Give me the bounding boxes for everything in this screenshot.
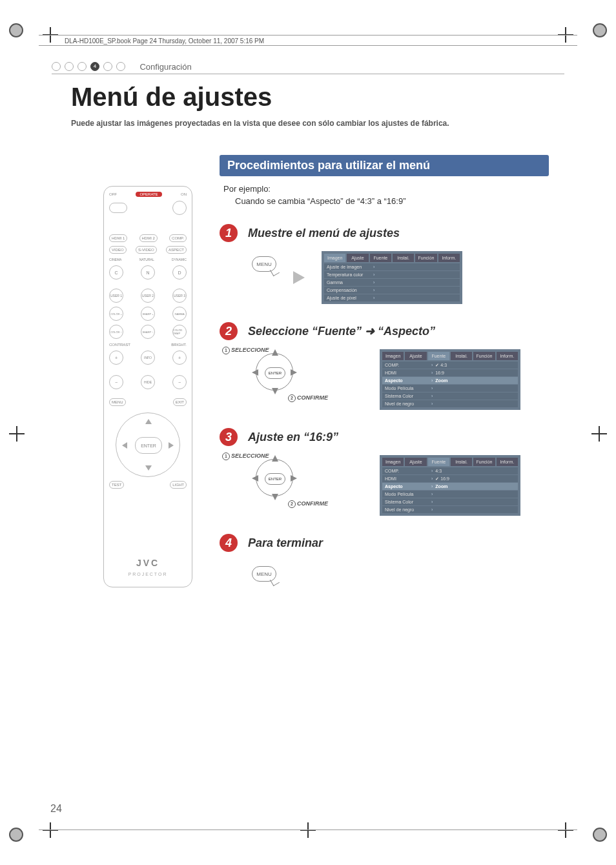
osd-row: Sistema Color bbox=[385, 394, 429, 398]
remote-standby-button bbox=[109, 203, 127, 213]
osd-tab-imagen: Imagen bbox=[382, 352, 404, 360]
osd-row: Modo Película bbox=[385, 492, 429, 496]
osd-row: Sistema Color bbox=[385, 500, 429, 504]
crop-mark bbox=[9, 828, 23, 842]
osd-row: Nivel de negro bbox=[385, 402, 429, 406]
remote-info: INFO bbox=[141, 351, 155, 365]
osd-row: COMP. bbox=[385, 469, 429, 473]
remote-sharp-minus: SHARP − bbox=[141, 325, 155, 339]
osd-screen-2: Imagen Ajuste Fuente Instal. Función Inf… bbox=[380, 349, 520, 410]
step-4-title: Para terminar bbox=[248, 536, 323, 550]
osd-tab-inform: Inform. bbox=[497, 352, 518, 360]
remote-c: C bbox=[109, 265, 123, 280]
step-1: 1 Muestre el menú de ajustes bbox=[220, 224, 549, 242]
registration-mark bbox=[43, 822, 58, 838]
crop-mark bbox=[9, 23, 23, 37]
step-2-title: Seleccione “Fuente” ➜ “Aspecto” bbox=[248, 324, 435, 338]
section-dot bbox=[77, 62, 87, 71]
osd-row: COMP. bbox=[385, 363, 429, 367]
book-header: DLA-HD100E_SP.book Page 24 Thursday, Oct… bbox=[65, 37, 264, 45]
remote-brand: JVC bbox=[136, 558, 159, 568]
remote-on-label: ON bbox=[181, 192, 187, 196]
enter-button-icon: ENTER bbox=[265, 367, 285, 379]
section-dot bbox=[116, 62, 125, 71]
remote-hdmi1: HDMI 1 bbox=[109, 234, 127, 242]
osd-tab-inform: Inform. bbox=[497, 458, 518, 466]
registration-mark bbox=[591, 426, 607, 442]
osd-tab-instal: Instal. bbox=[393, 254, 414, 262]
callout-confirm: 2CONFIRME bbox=[288, 500, 328, 508]
step-2: 2 Seleccione “Fuente” ➜ “Aspecto” bbox=[220, 322, 549, 340]
page-title: Menú de ajustes bbox=[71, 83, 272, 112]
remote-contrast-label: CONTRAST bbox=[109, 343, 130, 347]
osd-row-selected: Aspecto bbox=[385, 378, 429, 383]
procedure-heading: Procedimientos para utilizar el menú bbox=[220, 155, 549, 176]
osd-row-selected: Aspecto bbox=[385, 484, 429, 489]
remote-bright-label: BRIGHT. bbox=[171, 343, 187, 347]
dpad-icon: ENTER bbox=[252, 349, 297, 394]
page-number: 24 bbox=[50, 803, 62, 815]
step-3-number: 3 bbox=[220, 428, 238, 446]
remote-light: LIGHT bbox=[170, 481, 187, 489]
example-text: Cuando se cambia “Aspecto” de “4:3” a “1… bbox=[235, 196, 549, 206]
osd-screen-1: Imagen Ajuste Fuente Instal. Función Inf… bbox=[322, 251, 462, 304]
osd-tab-fuente: Fuente bbox=[428, 458, 449, 466]
remote-natural-label: NATURAL bbox=[139, 258, 154, 261]
section-dot bbox=[65, 62, 74, 71]
remote-color-temp: COLOR TEMP bbox=[172, 325, 187, 339]
remote-comp: COMP. bbox=[169, 234, 187, 242]
osd-row: Compensación bbox=[327, 288, 371, 292]
step-2-number: 2 bbox=[220, 322, 238, 340]
osd-tab-funcion: Función bbox=[473, 352, 495, 360]
remote-hide: HIDE bbox=[141, 375, 155, 389]
osd-tab-ajuste: Ajuste bbox=[405, 458, 426, 466]
osd-tab-imagen: Imagen bbox=[382, 458, 404, 466]
remote-plus: + bbox=[172, 351, 187, 365]
osd-tab-fuente: Fuente bbox=[428, 352, 449, 360]
remote-color-plus: COLOR + bbox=[109, 307, 123, 321]
remote-enter: ENTER bbox=[135, 437, 162, 454]
remote-exit: EXIT bbox=[173, 398, 187, 406]
step-1-title: Muestre el menú de ajustes bbox=[248, 227, 400, 240]
remote-hdmi2: HDMI 2 bbox=[139, 234, 158, 242]
osd-tab-ajuste: Ajuste bbox=[347, 254, 368, 262]
osd-tab-imagen: Imagen bbox=[324, 254, 345, 262]
osd-tab-inform: Inform. bbox=[438, 254, 460, 262]
remote-d: D bbox=[172, 265, 187, 280]
remote-color-minus: COLOR − bbox=[109, 325, 123, 339]
osd-row: HDMI bbox=[385, 371, 429, 375]
step-3-title: Ajuste en “16:9” bbox=[248, 431, 338, 444]
osd-tab-funcion: Función bbox=[473, 458, 495, 466]
remote-menu: MENU bbox=[109, 398, 126, 406]
step-3: 3 Ajuste en “16:9” bbox=[220, 428, 549, 446]
remote-operate-label: OPERATE bbox=[136, 192, 161, 197]
enter-button-icon: ENTER bbox=[265, 473, 285, 485]
trim-line bbox=[39, 829, 577, 830]
remote-sharp-plus: SHARP + bbox=[141, 307, 155, 321]
example-label: Por ejemplo: bbox=[223, 184, 549, 194]
registration-mark bbox=[300, 822, 316, 838]
osd-row: Gamma bbox=[327, 280, 371, 285]
section-dot bbox=[103, 62, 112, 71]
osd-row: Temperatura color bbox=[327, 272, 371, 277]
remote-user2: USER 2 bbox=[141, 289, 155, 303]
remote-svideo: S-VIDEO bbox=[136, 246, 157, 254]
osd-row: Modo Película bbox=[385, 386, 429, 391]
remote-video: VIDEO bbox=[109, 246, 127, 254]
trim-line bbox=[39, 35, 577, 36]
osd-screen-3: Imagen Ajuste Fuente Instal. Función Inf… bbox=[380, 455, 520, 516]
menu-button-icon: MENU bbox=[252, 256, 276, 272]
intro-text: Puede ajustar las imágenes proyectadas e… bbox=[71, 119, 558, 128]
osd-row: Nivel de negro bbox=[385, 507, 429, 512]
trim-line bbox=[39, 45, 577, 46]
remote-illustration: OFF OPERATE ON HDMI 1HDMI 2COMP. VIDEOS-… bbox=[103, 186, 192, 587]
remote-aspect: ASPECT bbox=[166, 246, 187, 254]
remote-dynamic-label: DYNAMIC bbox=[172, 258, 187, 261]
remote-user3: USER 3 bbox=[172, 289, 187, 303]
osd-tab-funcion: Función bbox=[415, 254, 436, 262]
step-4: 4 Para terminar bbox=[220, 534, 549, 552]
callout-confirm: 2CONFIRME bbox=[288, 394, 328, 402]
osd-tab-instal: Instal. bbox=[451, 458, 472, 466]
section-label: Configuración bbox=[139, 62, 191, 72]
remote-dpad: ENTER bbox=[116, 412, 180, 477]
